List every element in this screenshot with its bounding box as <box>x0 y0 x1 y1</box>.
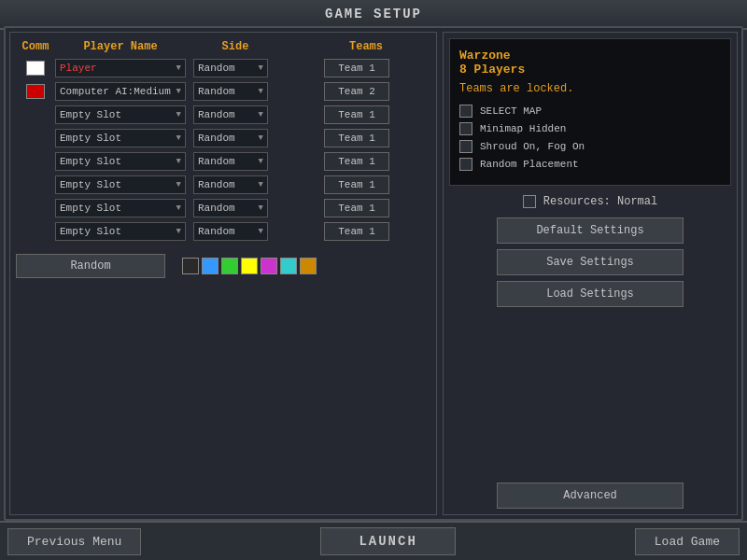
player-name-dropdown[interactable]: Empty Slot▼ <box>55 105 186 124</box>
palette-swatch[interactable] <box>280 258 297 274</box>
table-row: Empty Slot▼Random▼Team 1 <box>16 105 430 125</box>
page-frame: Comm Player Name Side Teams Player▼Rando… <box>4 26 743 521</box>
empty-comm <box>26 107 45 122</box>
option-label: Shroud On, Fog On <box>480 141 585 152</box>
player-name-dropdown[interactable]: Player▼ <box>55 59 186 77</box>
settings-button[interactable]: Save Settings <box>497 249 684 275</box>
comm-cell <box>16 84 55 99</box>
previous-menu-button[interactable]: Previous Menu <box>7 528 141 555</box>
team-button[interactable]: Team 1 <box>324 222 389 241</box>
comm-cell <box>16 201 55 216</box>
option-row: Random Placement <box>459 158 721 171</box>
side-dropdown[interactable]: Random▼ <box>193 222 268 241</box>
option-label: SELECT MAP <box>480 105 542 117</box>
option-row: Shroud On, Fog On <box>459 140 721 153</box>
player-name-label: Empty Slot <box>60 226 121 237</box>
team-button[interactable]: Team 1 <box>324 59 389 77</box>
side-dropdown[interactable]: Random▼ <box>193 82 268 101</box>
side-label: Random <box>198 226 235 237</box>
player-name-label: Empty Slot <box>60 203 121 214</box>
palette-swatch[interactable] <box>202 258 218 274</box>
table-row: Empty Slot▼Random▼Team 1 <box>16 198 430 218</box>
empty-comm <box>26 177 45 192</box>
side-label: Random <box>198 133 235 144</box>
advanced-button[interactable]: Advanced <box>497 483 684 509</box>
player-name-label: Empty Slot <box>60 109 121 120</box>
side-dropdown-arrow-icon: ▼ <box>259 133 263 143</box>
team-button[interactable]: Team 2 <box>324 82 389 101</box>
comm-cell <box>16 61 55 76</box>
option-label: Random Placement <box>480 159 579 170</box>
team-button[interactable]: Team 1 <box>324 152 389 171</box>
empty-comm <box>26 154 45 169</box>
color-box[interactable] <box>26 61 45 76</box>
inner-content: Comm Player Name Side Teams Player▼Rando… <box>9 32 738 515</box>
player-name-dropdown[interactable]: Empty Slot▼ <box>55 129 186 147</box>
palette-swatch[interactable] <box>182 258 199 274</box>
team-button[interactable]: Team 1 <box>324 129 389 147</box>
comm-cell <box>16 154 55 169</box>
side-dropdown[interactable]: Random▼ <box>193 129 268 147</box>
left-section: Comm Player Name Side Teams Player▼Rando… <box>9 32 437 515</box>
player-name-dropdown[interactable]: Empty Slot▼ <box>55 175 186 194</box>
side-dropdown-arrow-icon: ▼ <box>259 203 263 213</box>
team-button[interactable]: Team 1 <box>324 175 389 194</box>
side-dropdown-arrow-icon: ▼ <box>259 87 263 96</box>
dropdown-arrow-icon: ▼ <box>176 133 181 143</box>
side-dropdown-arrow-icon: ▼ <box>259 157 263 166</box>
side-label: Random <box>198 203 235 214</box>
side-label: Random <box>198 63 235 74</box>
side-dropdown[interactable]: Random▼ <box>193 175 268 194</box>
team-button[interactable]: Team 1 <box>324 105 389 124</box>
side-dropdown[interactable]: Random▼ <box>193 199 268 217</box>
player-name-dropdown[interactable]: Empty Slot▼ <box>55 152 186 171</box>
palette-swatch[interactable] <box>241 258 258 274</box>
game-players: 8 Players <box>459 63 721 77</box>
side-dropdown[interactable]: Random▼ <box>193 59 268 77</box>
player-name-label: Computer AI:Medium <box>60 86 171 97</box>
option-label: Minimap Hidden <box>480 123 566 134</box>
option-row: Minimap Hidden <box>459 122 721 135</box>
page-title: GAME SETUP <box>325 7 422 21</box>
option-checkbox[interactable] <box>459 122 472 135</box>
load-game-button[interactable]: Load Game <box>635 528 740 555</box>
info-options-box: Warzone 8 Players Teams are locked. SELE… <box>449 38 731 186</box>
side-dropdown[interactable]: Random▼ <box>193 152 268 171</box>
side-label: Random <box>198 179 235 190</box>
options-list: SELECT MAPMinimap HiddenShroud On, Fog O… <box>459 105 721 171</box>
random-button[interactable]: Random <box>16 254 165 278</box>
option-row: SELECT MAP <box>459 105 721 118</box>
settings-buttons: Default SettingsSave SettingsLoad Settin… <box>449 217 731 307</box>
empty-comm <box>26 201 45 216</box>
settings-button[interactable]: Load Settings <box>497 281 684 307</box>
launch-button[interactable]: LAUNCH <box>320 527 455 555</box>
col-name-header: Player Name <box>55 40 186 53</box>
color-box[interactable] <box>26 84 45 99</box>
option-checkbox[interactable] <box>459 140 472 153</box>
side-dropdown-arrow-icon: ▼ <box>259 110 263 119</box>
dropdown-arrow-icon: ▼ <box>176 227 181 236</box>
right-section: Warzone 8 Players Teams are locked. SELE… <box>443 32 738 515</box>
palette-swatch[interactable] <box>300 258 317 274</box>
table-row: Computer AI:Medium▼Random▼Team 2 <box>16 81 430 102</box>
player-name-dropdown[interactable]: Empty Slot▼ <box>55 222 186 241</box>
table-row: Empty Slot▼Random▼Team 1 <box>16 151 430 172</box>
left-bottom-controls: Random <box>16 254 430 278</box>
comm-cell <box>16 107 55 122</box>
table-row: Player▼Random▼Team 1 <box>16 58 430 78</box>
settings-button[interactable]: Default Settings <box>497 217 684 244</box>
player-name-label: Empty Slot <box>60 179 121 190</box>
side-dropdown-arrow-icon: ▼ <box>259 63 263 73</box>
bottom-nav: Previous Menu LAUNCH Load Game <box>0 521 747 560</box>
team-button[interactable]: Team 1 <box>324 199 389 217</box>
palette-swatch[interactable] <box>261 258 277 274</box>
player-name-dropdown[interactable]: Computer AI:Medium▼ <box>55 82 186 101</box>
option-checkbox[interactable] <box>459 158 472 171</box>
resources-checkbox[interactable] <box>523 195 536 208</box>
option-checkbox[interactable] <box>459 105 472 118</box>
empty-comm <box>26 224 45 239</box>
player-name-dropdown[interactable]: Empty Slot▼ <box>55 199 186 217</box>
side-dropdown[interactable]: Random▼ <box>193 105 268 124</box>
palette-swatch[interactable] <box>221 258 238 274</box>
table-row: Empty Slot▼Random▼Team 1 <box>16 128 430 148</box>
